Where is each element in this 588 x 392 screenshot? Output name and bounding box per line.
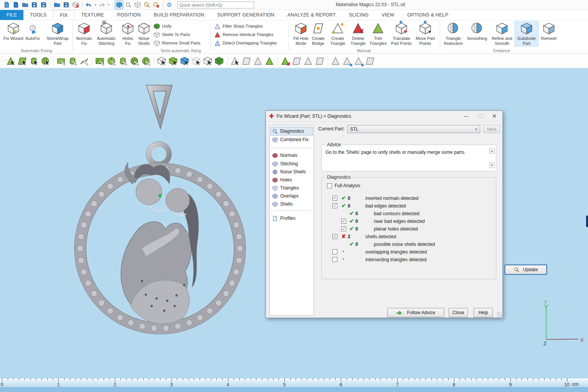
delete-triangle-button[interactable]: ✘ Delete Triangle	[348, 21, 368, 46]
sphere-selection-icon[interactable]	[140, 56, 151, 66]
curve-selection-icon[interactable]	[79, 56, 89, 66]
save-project-button[interactable]	[62, 1, 70, 9]
scroll-down-icon[interactable]: ▼	[489, 162, 495, 168]
diagnostic-checkbox[interactable]: ✓	[332, 234, 337, 239]
scroll-up-icon[interactable]: ▲	[489, 148, 495, 154]
undo-dropdown-caret[interactable]: ▾	[94, 3, 97, 7]
remesh-button[interactable]: Remesh	[539, 21, 559, 41]
diagnostic-checkbox[interactable]: ✓	[332, 203, 337, 208]
mark-plane-icon[interactable]	[17, 56, 27, 66]
duplicate-triangle-tool-icon[interactable]	[291, 56, 302, 66]
select-shell-cube-icon[interactable]	[168, 56, 178, 66]
tab-file[interactable]: FILE	[0, 10, 23, 20]
smoothing-button[interactable]: Smoothing	[465, 21, 489, 41]
detect-overlapping-triangles-button[interactable]: Detect Overlapping Triangles	[214, 39, 277, 47]
quad-tool-icon[interactable]	[314, 56, 325, 66]
tab-position[interactable]: POSITION	[111, 10, 147, 20]
remove-small-parts-button[interactable]: Remove Small Parts	[154, 39, 200, 47]
dialog-close-icon[interactable]: ✕	[488, 111, 501, 121]
move-part-points-button[interactable]: ✦ Move Part Points	[414, 21, 437, 46]
automatic-stitching-button[interactable]: |||| Automatic Stitching	[94, 21, 119, 46]
zoom-selection-button[interactable]	[115, 1, 123, 9]
freeform-cut-selection-icon[interactable]	[117, 56, 128, 66]
fix-wizard-button[interactable]: ⚒ Fix Wizard	[2, 21, 25, 41]
sidebar-item-noise-shells[interactable]: Noise Shells	[271, 168, 312, 176]
redo-button[interactable]	[97, 1, 106, 9]
update-button[interactable]: Update	[505, 265, 547, 274]
tab-slicing[interactable]: SLICING	[342, 10, 375, 20]
select-through-cube-icon[interactable]	[156, 56, 167, 66]
follow-advice-button[interactable]: ➔ Follow Advice	[387, 308, 444, 317]
zoom-part-button[interactable]	[124, 1, 132, 9]
fix-wizard-dialog[interactable]: ✚ Fix Wizard (Part: STL) > Diagnostics —…	[266, 110, 503, 318]
sidebar-item-diagnostics[interactable]: Diagnostics	[271, 127, 312, 135]
mark-triangle-icon[interactable]	[5, 56, 16, 66]
next-button[interactable]: Next	[483, 125, 500, 133]
normals-fix-button[interactable]: Normals Fix	[74, 21, 94, 46]
mark-surface-icon[interactable]	[28, 56, 39, 66]
create-bridge-button[interactable]: Create Bridge	[309, 21, 328, 46]
noise-shells-button[interactable]: ⁘⁙ Noise Shells	[135, 21, 152, 46]
zoom-in-button[interactable]	[142, 1, 151, 9]
new-part-button[interactable]	[12, 1, 20, 9]
sidebar-item-shells[interactable]: Shells	[271, 200, 312, 208]
full-analysis-row[interactable]: Full Analysis	[327, 183, 360, 188]
unzoom-button[interactable]: ✘	[152, 1, 160, 9]
diagnostic-checkbox[interactable]: ✓	[341, 219, 346, 224]
tab-analyze-report[interactable]: ANALYZE & REPORT	[281, 10, 342, 20]
full-analysis-checkbox[interactable]	[327, 183, 332, 188]
subdivide-part-button[interactable]: Subdivide Part	[515, 21, 538, 46]
detect-triangle-tool-icon[interactable]	[264, 56, 274, 66]
circle-selection-icon[interactable]	[106, 56, 116, 66]
load-part-button[interactable]	[21, 1, 29, 9]
sidebar-item-combined-fix[interactable]: Combined Fix	[271, 136, 312, 143]
rectangle-selection-icon[interactable]	[56, 56, 66, 66]
mark-triangle-tool-icon[interactable]	[230, 56, 240, 66]
freeform-selection-icon[interactable]	[67, 56, 78, 66]
help-button[interactable]: Help	[474, 308, 493, 317]
quick-search-input[interactable]	[177, 2, 254, 8]
triangle-reduction-button[interactable]: Triangle Reduction	[442, 21, 464, 46]
dialog-resize-grip[interactable]	[497, 312, 502, 317]
tab-fix[interactable]: FIX	[53, 10, 74, 20]
viewport-3d[interactable]: ✚ Fix Wizard (Part: STL) > Diagnostics —…	[0, 68, 588, 378]
pie-selection-icon[interactable]	[129, 56, 139, 66]
sidebar-item-normals[interactable]: Normals	[271, 152, 312, 159]
autofix-button[interactable]: ⚙▶ AutoFix	[23, 21, 42, 41]
filter-sharp-triangles-button[interactable]: Filter Sharp Triangles	[214, 22, 263, 30]
mark-shell-icon[interactable]	[40, 56, 50, 66]
triangle-drops-tool-icon[interactable]	[342, 56, 352, 66]
new-project-button[interactable]	[2, 1, 11, 9]
triangle-info-tool-icon[interactable]	[303, 56, 313, 66]
create-triangle-button[interactable]: Create Triangle	[327, 21, 349, 46]
load-project-button[interactable]	[53, 1, 61, 9]
quad-small-tool-icon[interactable]	[365, 56, 375, 66]
current-part-dropdown[interactable]: STL ∨	[347, 125, 480, 133]
tab-tools[interactable]: TOOLS	[23, 10, 53, 20]
holes-fix-button[interactable]: ▼ Holes Fix	[119, 21, 136, 46]
dialog-maximize-button[interactable]: ☐	[474, 111, 487, 121]
tab-build-preparation[interactable]: BUILD PREPARATION	[147, 10, 211, 20]
remove-part-button[interactable]: ✘	[71, 1, 79, 9]
overlap-triangle-tool-icon[interactable]	[253, 56, 263, 66]
triangle-node-tool-icon[interactable]	[330, 56, 340, 66]
unify-button[interactable]: Unify	[154, 22, 172, 30]
invert-marked-cube-icon[interactable]	[202, 56, 213, 66]
tab-view[interactable]: VIEW	[375, 10, 401, 20]
save-as-button[interactable]	[39, 1, 48, 9]
fill-hole-mode-button[interactable]: Fill Hole Mode	[291, 21, 311, 46]
tab-options-help[interactable]: OPTIONS & HELP	[401, 10, 455, 20]
diagnostic-checkbox[interactable]	[332, 257, 337, 262]
sidebar-item-overlaps[interactable]: Overlaps	[271, 192, 312, 200]
undo-button[interactable]	[84, 1, 93, 9]
sharp-triangle-tool-icon[interactable]	[241, 56, 251, 66]
toolbar-drag-handle[interactable]: ⋮⋮	[2, 60, 4, 62]
refine-and-smooth-button[interactable]: Refine and Smooth	[490, 21, 514, 46]
remove-identical-triangles-button[interactable]: Remove Identical Triangles	[214, 31, 274, 38]
window-triangle-selection-icon[interactable]	[94, 56, 105, 66]
diagnostic-checkbox[interactable]: ✓	[332, 196, 337, 201]
sidebar-item-holes[interactable]: Holes	[271, 176, 312, 184]
sidebar-item-profiles[interactable]: Profiles	[271, 214, 312, 222]
dialog-minimize-button[interactable]: —	[459, 111, 472, 121]
panel-collapse-handle[interactable]	[586, 216, 588, 227]
